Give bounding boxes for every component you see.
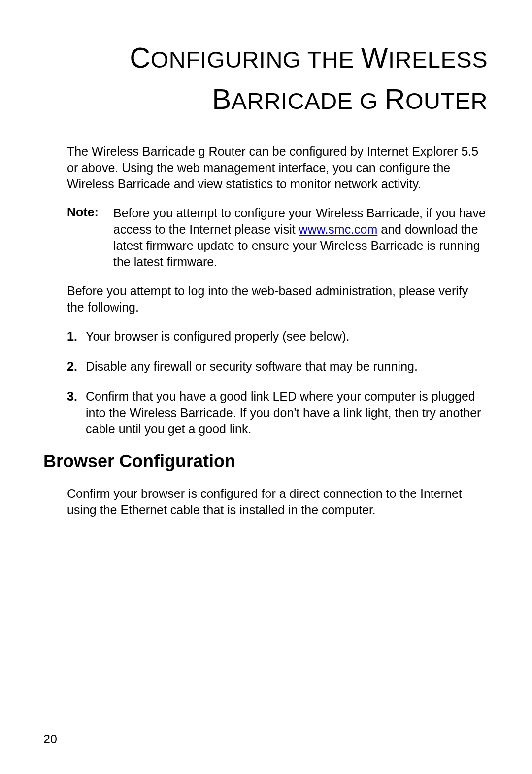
note-block: Note: Before you attempt to configure yo… [43,205,488,270]
list-item: 3. Confirm that you have a good link LED… [67,388,488,437]
title-line-2: Barricade g Router [212,88,488,114]
numbered-list: 1. Your browser is configured properly (… [43,328,488,437]
note-text: Before you attempt to configure your Wir… [113,205,488,270]
intro-paragraph: The Wireless Barricade g Router can be c… [43,143,488,192]
chapter-title: Configuring the Wireless Barricade g Rou… [43,37,488,120]
list-item: 2. Disable any firewall or security soft… [67,358,488,375]
list-number: 2. [67,358,86,375]
list-item: 1. Your browser is configured properly (… [67,328,488,345]
title-line-1: Configuring the Wireless [130,46,488,72]
list-number: 3. [67,388,86,437]
section-heading: Browser Configuration [43,451,488,472]
list-text: Your browser is configured properly (see… [86,328,488,345]
list-text: Disable any firewall or security softwar… [86,358,488,375]
page-number: 20 [43,732,57,746]
note-label: Note: [67,205,113,270]
list-text: Confirm that you have a good link LED wh… [86,388,488,437]
list-number: 1. [67,328,86,345]
firmware-link[interactable]: www.smc.com [299,222,378,236]
section-body: Confirm your browser is configured for a… [43,486,488,518]
before-list-paragraph: Before you attempt to log into the web-b… [43,283,488,316]
